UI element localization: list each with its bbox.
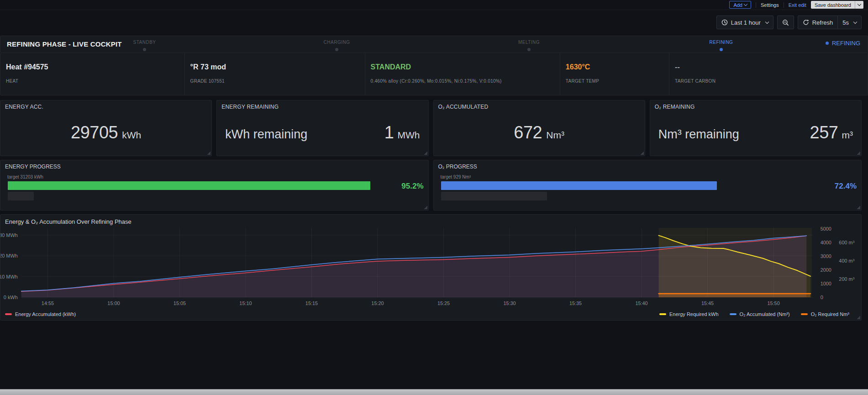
phase-track: STANDBY CHARGING MELTING REFINING [48, 36, 817, 53]
chart-legend: Energy Accumulated (kWh) Energy Required… [0, 309, 861, 319]
grade-value: °R 73 mod [190, 63, 365, 71]
svg-text:400 m³: 400 m³ [839, 258, 854, 263]
legend-item[interactable]: Energy Required kWh [659, 311, 719, 317]
svg-text:15:40: 15:40 [635, 300, 647, 306]
panel-title: ENERGY PROGRESS [0, 160, 428, 170]
progress-target-label: target 929 Nm³ [434, 170, 862, 179]
legend-item[interactable]: O₂ Accumulated (Nm³) [730, 311, 790, 317]
current-phase-badge: REFINING [826, 40, 860, 47]
stats-row: ENERGY ACC. 29705 kWh ENERGY REMAINING k… [0, 100, 862, 156]
progress-percent: 72.4% [835, 182, 857, 191]
add-button[interactable]: Add [729, 1, 751, 9]
svg-text:15:45: 15:45 [701, 300, 714, 306]
panel-title: ENERGY ACC. [0, 100, 211, 110]
progress-row: ENERGY PROGRESS target 31203 kWh 95.2% O… [0, 160, 862, 211]
phase-dot [143, 48, 146, 51]
legend-marker [801, 313, 808, 315]
time-series-chart: 14:5515:0015:0515:1015:1515:2015:2515:30… [0, 226, 861, 309]
panel-title: O₂ REMAINING [650, 100, 861, 110]
chevron-down-icon [765, 20, 768, 23]
svg-text:200 m³: 200 m³ [839, 276, 854, 282]
practice-value: STANDARD [371, 63, 560, 71]
progress-bar-fill [441, 181, 717, 190]
progress-bar-track [8, 181, 389, 190]
add-button-label: Add [733, 2, 742, 8]
save-dashboard-caret[interactable] [855, 4, 863, 5]
toolbar-divider [784, 2, 784, 8]
phase-item-charging: CHARGING [241, 36, 433, 53]
stat-unit: kWh [122, 130, 141, 141]
o2-accumulated-panel: O₂ ACCUMULATED 672 Nm³ [433, 100, 645, 156]
refresh-interval-label: 5s [842, 19, 849, 26]
svg-text:14:55: 14:55 [42, 300, 54, 306]
current-phase-dot [826, 42, 829, 45]
svg-text:20 MWh: 20 MWh [0, 253, 18, 258]
chevron-down-icon [857, 2, 861, 6]
panel-resize-handle[interactable] [857, 151, 860, 155]
stat-unit: MWh [398, 130, 420, 141]
legend-label: Energy Accumulated (kWh) [15, 311, 76, 317]
svg-text:4000: 4000 [821, 240, 831, 245]
bottom-strip [0, 389, 868, 395]
refresh-group: Refresh 5s [798, 16, 862, 29]
panel-resize-handle[interactable] [207, 151, 210, 155]
svg-text:0: 0 [821, 295, 823, 300]
stat-value: 257 [810, 123, 838, 142]
practice-column: STANDARD 0.460% alloy (Cr:0.260%, Mo:0.0… [365, 53, 560, 95]
grade-column: °R 73 mod GRADE 107551 [184, 53, 365, 95]
svg-text:10 MWh: 10 MWh [0, 274, 18, 279]
svg-text:2000: 2000 [821, 267, 831, 273]
panel-resize-handle[interactable] [857, 205, 860, 209]
refresh-button[interactable]: Refresh [798, 16, 838, 29]
panel-title: O₂ ACCUMULATED [434, 100, 645, 110]
chart-legend-right: Energy Required kWhO₂ Accumulated (Nm³)O… [659, 311, 849, 317]
chart-legend-left: Energy Accumulated (kWh) [5, 311, 76, 317]
chevron-down-icon [853, 20, 857, 23]
svg-text:5000: 5000 [821, 226, 831, 232]
panel-resize-handle[interactable] [424, 205, 427, 209]
phase-label: MELTING [518, 40, 540, 45]
phase-dot [720, 48, 723, 51]
legend-item[interactable]: Energy Accumulated (kWh) [5, 311, 76, 317]
legend-item[interactable]: O₂ Required Nm³ [801, 311, 849, 317]
secondary-bar-fill [8, 192, 34, 200]
target-carbon-value: -- [675, 63, 868, 71]
zoom-out-time-button[interactable] [777, 16, 794, 29]
current-phase-label: REFINING [832, 40, 860, 47]
save-dashboard-button[interactable]: Save dashboard [811, 1, 863, 9]
phase-item-melting: MELTING [433, 36, 625, 53]
svg-text:15:20: 15:20 [371, 300, 384, 306]
heat-info-panel: Heat #94575 HEAT °R 73 mod GRADE 107551 … [0, 53, 868, 95]
toolbar-divider [756, 2, 756, 8]
alloy-composition-label: 0.460% alloy (Cr:0.260%, Mo:0.015%, Ni:0… [371, 79, 560, 84]
panel-resize-handle[interactable] [424, 151, 427, 155]
secondary-bar-fill [441, 192, 547, 200]
svg-text:15:50: 15:50 [767, 300, 779, 306]
time-controls: Last 1 hour Refresh 5s [0, 16, 862, 29]
refresh-interval-button[interactable]: 5s [838, 16, 861, 29]
energy-remaining-panel: ENERGY REMAINING kWh remaining 1 MWh [216, 100, 428, 156]
time-range-label: Last 1 hour [731, 19, 761, 26]
target-temp-column: 1630°C TARGET TEMP [560, 53, 669, 95]
panel-resize-handle[interactable] [640, 151, 644, 155]
stat-value: 672 [514, 123, 542, 142]
svg-text:15:25: 15:25 [437, 300, 450, 306]
panel-title: ENERGY REMAINING [217, 100, 428, 110]
target-temp-label: TARGET TEMP [566, 79, 669, 84]
svg-text:3000: 3000 [821, 253, 831, 259]
legend-label: O₂ Accumulated (Nm³) [740, 311, 790, 317]
svg-text:1000: 1000 [821, 281, 831, 286]
settings-button[interactable]: Settings [761, 2, 779, 8]
save-dashboard-label: Save dashboard [815, 2, 851, 8]
heat-id-column: Heat #94575 HEAT [0, 53, 184, 95]
panel-resize-handle[interactable] [857, 316, 860, 319]
phase-item-standby: STANDBY [48, 36, 241, 53]
time-range-picker[interactable]: Last 1 hour [716, 16, 773, 29]
heat-id-value: Heat #94575 [6, 63, 184, 71]
exit-edit-button[interactable]: Exit edit [789, 2, 806, 8]
progress-target-label: target 31203 kWh [0, 170, 428, 179]
secondary-bar-track [441, 192, 822, 200]
grade-label: GRADE 107551 [190, 79, 365, 84]
stat-unit: m³ [842, 130, 853, 141]
progress-bar-track [441, 181, 822, 190]
